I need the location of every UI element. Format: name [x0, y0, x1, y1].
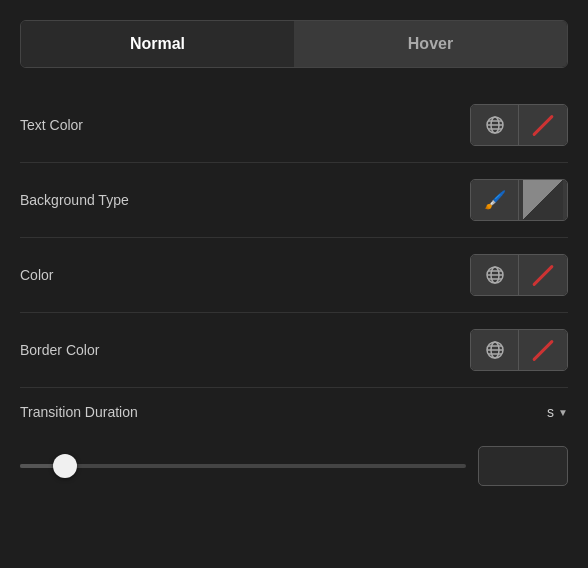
chevron-down-icon: ▼	[558, 407, 568, 418]
color-row: Color	[0, 238, 588, 312]
text-color-control	[470, 104, 568, 146]
border-color-slash-btn[interactable]	[519, 330, 567, 370]
transition-unit-dropdown[interactable]: s ▼	[547, 404, 568, 420]
gradient-swatch-icon	[523, 180, 563, 220]
color-global-btn[interactable]	[471, 255, 519, 295]
color-label: Color	[20, 267, 53, 283]
tab-bar: Normal Hover	[20, 20, 568, 68]
slider-track[interactable]	[20, 464, 466, 468]
tab-normal[interactable]: Normal	[21, 21, 294, 67]
globe-icon-3	[485, 340, 505, 360]
background-type-row: Background Type 🖌️	[0, 163, 588, 237]
text-color-label: Text Color	[20, 117, 83, 133]
background-type-control: 🖌️	[470, 179, 568, 221]
border-color-label: Border Color	[20, 342, 99, 358]
border-color-control	[470, 329, 568, 371]
slash-line-icon	[532, 114, 554, 136]
border-color-global-btn[interactable]	[471, 330, 519, 370]
bg-brush-btn[interactable]: 🖌️	[471, 180, 519, 220]
tab-hover[interactable]: Hover	[294, 21, 567, 67]
slash-line-icon-2	[532, 264, 554, 286]
transition-duration-label: Transition Duration	[20, 404, 138, 420]
slider-thumb[interactable]	[53, 454, 77, 478]
color-slash-btn[interactable]	[519, 255, 567, 295]
transition-unit-label: s	[547, 404, 554, 420]
background-type-label: Background Type	[20, 192, 129, 208]
text-color-global-btn[interactable]	[471, 105, 519, 145]
slider-row	[0, 436, 588, 496]
slash-line-icon-3	[532, 339, 554, 361]
color-control	[470, 254, 568, 296]
text-color-row: Text Color	[0, 88, 588, 162]
bg-gradient-btn[interactable]	[519, 180, 567, 220]
globe-icon-2	[485, 265, 505, 285]
transition-duration-row: Transition Duration s ▼	[0, 388, 588, 436]
text-color-slash-btn[interactable]	[519, 105, 567, 145]
border-color-row: Border Color	[0, 313, 588, 387]
brush-icon: 🖌️	[484, 189, 506, 211]
transition-value-input[interactable]	[478, 446, 568, 486]
globe-icon	[485, 115, 505, 135]
